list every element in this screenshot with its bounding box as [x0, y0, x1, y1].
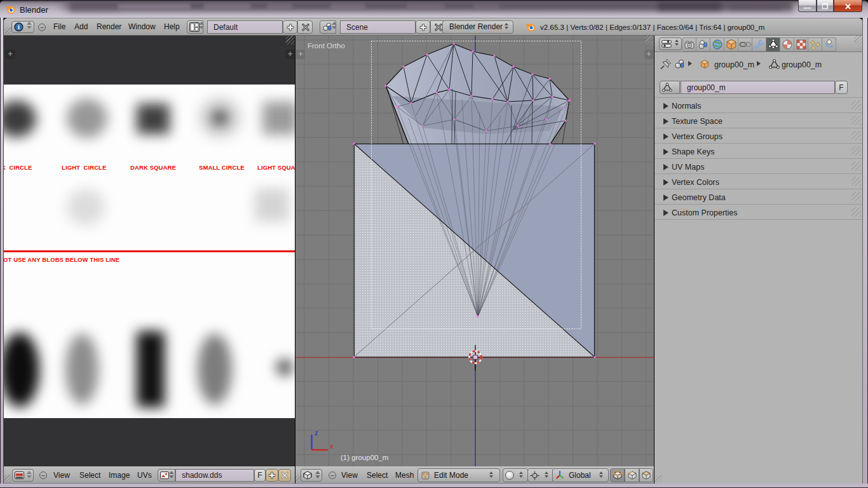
svg-text:x: x	[330, 442, 334, 450]
svg-text:z: z	[315, 429, 318, 437]
svg-text:i: i	[18, 24, 20, 30]
